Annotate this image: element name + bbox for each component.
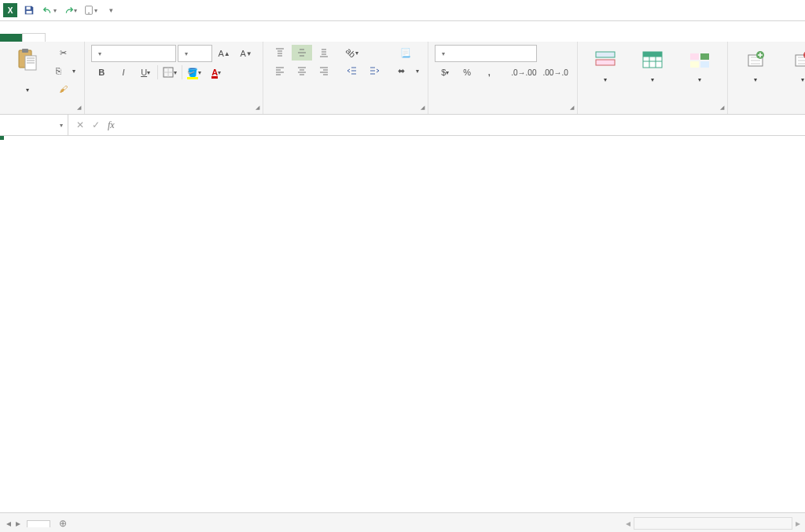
sheet-nav-last-icon[interactable]: ▸ xyxy=(16,518,20,529)
copy-icon: ⎘ xyxy=(56,66,61,75)
quick-access-toolbar: X ▾ ▾ ▾ ▾ xyxy=(0,2,119,19)
svg-rect-1 xyxy=(27,11,32,14)
tab-view[interactable] xyxy=(156,34,178,42)
delete-cells-button[interactable]: ▾ xyxy=(781,45,805,85)
tab-page-layout[interactable] xyxy=(68,34,90,42)
align-center-button[interactable] xyxy=(292,63,312,79)
orientation-button[interactable]: ab▾ xyxy=(342,45,362,61)
group-clipboard: ▾ ✂ ⎘ ▾ 🖌 xyxy=(0,42,85,114)
hscroll-track[interactable] xyxy=(634,517,792,530)
hand-annotation xyxy=(0,136,393,199)
wrap-icon: 📃 xyxy=(400,48,411,58)
number-format-combo[interactable]: ▾ xyxy=(435,45,537,62)
font-color-button[interactable]: A▾ xyxy=(206,64,226,80)
bucket-icon: 🪣 xyxy=(187,68,198,78)
group-title-styles xyxy=(584,111,721,112)
group-title-font xyxy=(91,111,256,112)
cancel-formula-icon[interactable]: ✕ xyxy=(76,119,84,130)
enter-formula-icon[interactable]: ✓ xyxy=(92,119,100,130)
bold-button[interactable]: B xyxy=(91,64,112,80)
excel-icon: X xyxy=(3,3,17,17)
group-font: ▾ ▾ A▲ A▼ B I U▾ ▾ 🪣▾ A▾ xyxy=(85,42,263,114)
cell-styles-button[interactable]: ▾ xyxy=(678,45,721,85)
group-title-number xyxy=(435,111,571,112)
italic-button[interactable]: I xyxy=(113,64,134,80)
insert-cells-button[interactable]: ▾ xyxy=(734,45,777,85)
touch-mode-icon[interactable]: ▾ xyxy=(82,2,99,19)
group-styles: ▾ ▾ ▾ xyxy=(578,42,728,114)
svg-rect-11 xyxy=(643,52,662,57)
sheet-tab-active[interactable] xyxy=(27,520,50,527)
tab-data[interactable] xyxy=(112,34,134,42)
redo-icon[interactable]: ▾ xyxy=(61,2,79,19)
delete-cells-icon xyxy=(793,46,805,73)
svg-point-3 xyxy=(88,13,90,14)
ribbon: ▾ ✂ ⎘ ▾ 🖌 ▾ ▾ A▲ A▼ B I U▾ ▾ xyxy=(0,42,805,115)
copy-button[interactable]: ⎘ ▾ xyxy=(53,63,78,79)
format-painter-button[interactable]: 🖌 xyxy=(53,81,78,97)
brush-icon: 🖌 xyxy=(59,84,68,94)
group-cells: ▾ ▾ xyxy=(728,42,805,114)
hscroll-right-icon[interactable]: ▸ xyxy=(796,518,800,529)
svg-rect-12 xyxy=(690,53,699,60)
hscroll-left-icon[interactable]: ◂ xyxy=(626,518,630,529)
undo-icon[interactable]: ▾ xyxy=(41,2,58,19)
save-icon[interactable] xyxy=(20,2,38,19)
shrink-font-button[interactable]: A▼ xyxy=(236,46,256,61)
new-sheet-button[interactable]: ⊕ xyxy=(53,514,72,532)
borders-button[interactable]: ▾ xyxy=(160,64,180,80)
format-as-table-button[interactable]: ▾ xyxy=(631,45,674,85)
sheet-nav-first-icon[interactable]: ◂ xyxy=(6,518,11,529)
cell-styles-icon xyxy=(689,46,711,73)
ribbon-tabs xyxy=(0,21,805,42)
underline-button[interactable]: U▾ xyxy=(135,64,156,80)
svg-rect-0 xyxy=(27,7,31,10)
group-alignment: ab▾ 📃 ⬌ ▾ xyxy=(263,42,428,114)
decrease-decimal-button[interactable]: .00→.0 xyxy=(541,64,571,80)
decrease-indent-button[interactable] xyxy=(342,63,362,79)
worksheet-grid[interactable] xyxy=(0,136,805,512)
merge-center-button[interactable]: ⬌ ▾ xyxy=(395,63,421,79)
align-top-button[interactable] xyxy=(270,45,290,61)
group-title-clipboard xyxy=(6,111,78,112)
svg-rect-5 xyxy=(22,49,28,53)
cut-icon: ✂ xyxy=(60,48,67,58)
fx-icon[interactable]: fx xyxy=(108,119,115,131)
tab-insert[interactable] xyxy=(46,34,68,42)
name-box[interactable]: ▾ xyxy=(0,115,68,135)
group-title-alignment xyxy=(270,111,421,112)
comma-format-button[interactable]: , xyxy=(479,64,499,80)
increase-decimal-button[interactable]: .0→.00 xyxy=(509,64,539,80)
title-bar: X ▾ ▾ ▾ ▾ xyxy=(0,0,805,21)
conditional-formatting-icon xyxy=(594,46,616,73)
paste-icon xyxy=(17,46,38,73)
tab-developer[interactable] xyxy=(178,34,200,42)
align-right-button[interactable] xyxy=(314,63,334,79)
align-bottom-button[interactable] xyxy=(314,45,334,61)
font-name-combo[interactable]: ▾ xyxy=(91,45,176,62)
font-size-combo[interactable]: ▾ xyxy=(178,45,212,62)
align-left-button[interactable] xyxy=(270,63,290,79)
table-icon xyxy=(641,46,663,73)
increase-indent-button[interactable] xyxy=(364,63,384,79)
group-title-cells xyxy=(734,111,805,112)
formula-bar: ▾ ✕ ✓ fx xyxy=(0,115,805,136)
tab-formulas[interactable] xyxy=(90,34,112,42)
accounting-format-button[interactable]: $▾ xyxy=(435,64,455,80)
svg-rect-8 xyxy=(596,52,615,57)
tab-review[interactable] xyxy=(134,34,156,42)
wrap-text-button[interactable]: 📃 xyxy=(395,45,421,61)
grow-font-button[interactable]: A▲ xyxy=(214,46,234,61)
align-middle-button[interactable] xyxy=(292,45,312,61)
svg-rect-14 xyxy=(690,61,699,68)
fill-color-button[interactable]: 🪣▾ xyxy=(184,64,204,80)
conditional-formatting-button[interactable]: ▾ xyxy=(584,45,627,85)
merge-icon: ⬌ xyxy=(398,66,405,76)
paste-button[interactable]: ▾ xyxy=(6,45,49,96)
percent-format-button[interactable]: % xyxy=(457,64,477,80)
cut-button[interactable]: ✂ xyxy=(53,45,78,61)
tab-home[interactable] xyxy=(22,33,46,42)
tab-file[interactable] xyxy=(0,34,22,42)
qat-customize-icon[interactable]: ▾ xyxy=(102,2,119,19)
group-number: ▾ $▾ % , .0→.00 .00→.0 xyxy=(428,42,578,114)
